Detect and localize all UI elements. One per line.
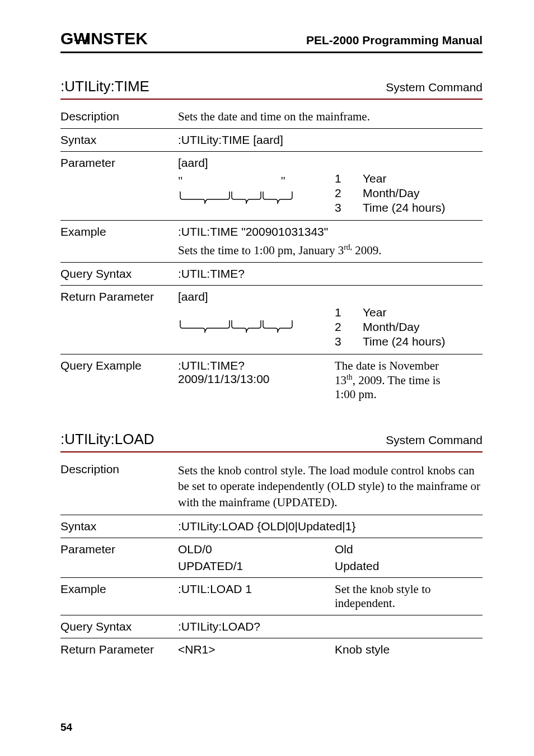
example-label: Example <box>60 582 178 610</box>
section-utility-load-header: :UTILity:LOAD System Command <box>60 431 483 452</box>
description-text: Sets the knob control style. The load mo… <box>178 463 483 510</box>
section-heading: :UTILity:TIME <box>60 78 149 95</box>
parameter-row: Parameter OLD/0 Old UPDATED/1 Updated <box>60 538 483 578</box>
syntax-row: Syntax :UTILity:LOAD {OLD|0|Updated|1} <box>60 515 483 538</box>
query-example-command: :UTIL:TIME? <box>178 359 335 372</box>
syntax-text: :UTILity:TIME [aard] <box>178 133 483 147</box>
query-example-desc-line: 1:00 pm. <box>335 388 483 402</box>
return-parameter-val: Knob style <box>217 643 483 656</box>
return-parameter-key: <NR1> <box>178 643 217 656</box>
param-item: 1 Year <box>335 172 483 185</box>
example-row: Example :UTIL:TIME "200901031343" Sets t… <box>60 221 483 263</box>
param-val: Updated <box>335 559 483 573</box>
param-val: Old <box>335 543 483 556</box>
param-item: 3 Time (24 hours) <box>335 335 483 348</box>
query-syntax-text: :UTIL:TIME? <box>178 267 483 281</box>
param-key: UPDATED/1 <box>178 559 335 573</box>
example-command: :UTIL:LOAD 1 <box>178 582 335 610</box>
brand-logo: GWINSTEK <box>60 29 148 48</box>
parameter-row: Parameter [aard] "" 1 Year 2 <box>60 152 483 221</box>
description-text: Sets the date and time on the mainframe. <box>178 110 483 124</box>
page-header: GWINSTEK PEL-2000 Programming Manual <box>60 29 483 53</box>
param-item: 2 Month/Day <box>335 186 483 200</box>
description-label: Description <box>60 110 178 124</box>
query-syntax-label: Query Syntax <box>60 267 178 281</box>
syntax-row: Syntax :UTILity:TIME [aard] <box>60 129 483 152</box>
query-example-value: 2009/11/13/13:00 <box>178 372 335 386</box>
bracket-diagram-icon <box>178 190 298 205</box>
query-syntax-row: Query Syntax :UTILity:LOAD? <box>60 615 483 638</box>
return-parameter-label: Return Parameter <box>60 290 178 349</box>
query-example-desc-line: 13th, 2009. The time is <box>335 373 483 388</box>
syntax-label: Syntax <box>60 520 178 533</box>
return-parameter-row: Return Parameter [aard] 1 Year 2 <box>60 286 483 354</box>
manual-title: PEL-2000 Programming Manual <box>306 34 483 47</box>
parameter-label: Parameter <box>60 543 178 573</box>
description-row: Description Sets the knob control style.… <box>60 458 483 515</box>
query-example-row: Query Example :UTIL:TIME? 2009/11/13/13:… <box>60 354 483 406</box>
syntax-text: :UTILity:LOAD {OLD|0|Updated|1} <box>178 520 483 533</box>
description-label: Description <box>60 463 178 510</box>
parameter-name: [aard] <box>178 156 335 170</box>
section-heading: :UTILity:LOAD <box>60 431 154 448</box>
quote-open: "" <box>178 174 335 188</box>
query-syntax-text: :UTILity:LOAD? <box>178 620 483 633</box>
example-description: Set the knob style to independent. <box>335 582 483 610</box>
example-description: Sets the time to 1:00 pm, January 3rd, 2… <box>178 243 483 258</box>
section-utility-time-header: :UTILity:TIME System Command <box>60 78 483 100</box>
return-parameter-name: [aard] <box>178 290 335 304</box>
query-example-desc-line: The date is November <box>335 359 483 373</box>
query-syntax-label: Query Syntax <box>60 620 178 633</box>
syntax-label: Syntax <box>60 133 178 147</box>
page-number: 54 <box>60 721 72 734</box>
section-type: System Command <box>386 81 483 94</box>
example-row: Example :UTIL:LOAD 1 Set the knob style … <box>60 578 483 615</box>
bracket-diagram-icon <box>178 319 298 334</box>
return-parameter-label: Return Parameter <box>60 643 178 656</box>
example-label: Example <box>60 225 178 258</box>
param-item: 1 Year <box>335 306 483 319</box>
param-key: OLD/0 <box>178 543 335 556</box>
description-row: Description Sets the date and time on th… <box>60 105 483 129</box>
section-type: System Command <box>386 433 483 447</box>
param-item: 2 Month/Day <box>335 320 483 334</box>
query-syntax-row: Query Syntax :UTIL:TIME? <box>60 263 483 286</box>
query-example-label: Query Example <box>60 359 178 402</box>
example-command: :UTIL:TIME "200901031343" <box>178 225 483 239</box>
return-parameter-row: Return Parameter <NR1> Knob style <box>60 638 483 661</box>
param-item: 3 Time (24 hours) <box>335 201 483 214</box>
parameter-label: Parameter <box>60 156 178 216</box>
